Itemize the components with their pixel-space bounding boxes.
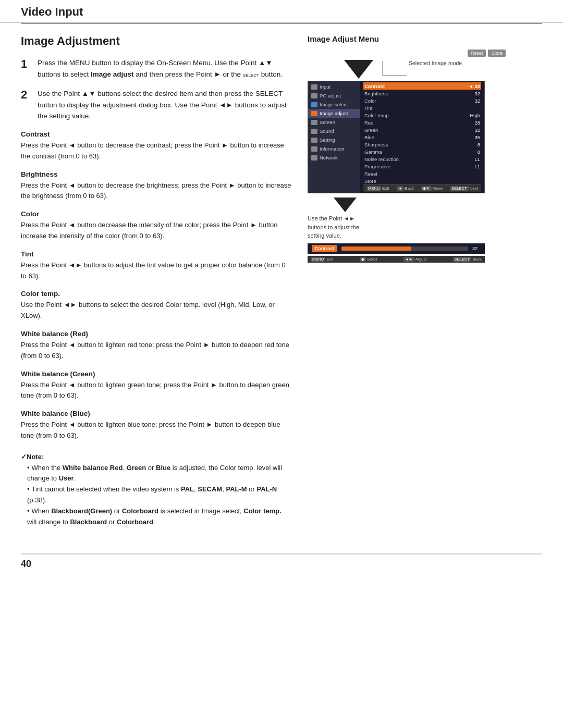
subsection-contrast-body: Press the Point ◄ button to decrease the…	[21, 140, 292, 162]
menu-item-network-label: Network	[320, 155, 338, 161]
bottom-back: ◄ Back	[397, 186, 414, 191]
menu-right-red: Red 28	[363, 119, 481, 126]
subsection-color-body: Press the Point ◄ button decrease the in…	[21, 220, 292, 242]
subsection-contrast: Contrast Press the Point ◄ button to dec…	[21, 130, 292, 162]
menu-item-pcadjust: PC adjust	[308, 91, 360, 100]
menu-item-information: Information	[308, 144, 360, 153]
colortemp-label: Color temp.	[364, 113, 390, 118]
menu-item-imageselect: Image select	[308, 100, 360, 109]
subsection-brightness-title: Brightness	[21, 170, 292, 178]
screen-icon	[311, 120, 317, 125]
store-label: Store	[364, 178, 376, 184]
subsection-wb-blue-body: Press the Point ◄ button to lighten blue…	[21, 419, 292, 441]
menu-right-store: Store	[363, 177, 481, 184]
subsection-wb-green-title: White balance (Green)	[21, 370, 292, 378]
menu-item-input-label: Input	[320, 84, 331, 90]
menu-right-noisereduction: Noise reduction L1	[363, 155, 481, 163]
arrow-down-2-icon	[334, 198, 357, 212]
left-column: Image Adjustment 1 Press the MENU button…	[21, 34, 292, 527]
cb-back: SELECT Back	[453, 257, 482, 262]
contrast-bottom-bar: MENU Exit ◆ Scroll ◄► Adjust SELECT Back	[308, 256, 485, 263]
contrast-slider-track	[341, 246, 468, 251]
menu-item-setting: Setting	[308, 135, 360, 144]
note-item-3: When Blackboard(Green) or Colorboard is …	[27, 506, 292, 528]
color-label: Color	[364, 98, 376, 104]
cb-exit: MENU Exit	[311, 257, 334, 262]
selected-mode-container: Selected Image mode	[382, 60, 462, 79]
step-1: 1 Press the MENU button to display the O…	[21, 57, 292, 80]
reset-store-buttons: Reset Store	[308, 50, 506, 57]
section-title: Image Adjustment	[21, 34, 292, 48]
subsection-wb-red-title: White balance (Red)	[21, 330, 292, 338]
cb-scroll-key: ◆	[360, 257, 366, 262]
note-title: ✓Note:	[21, 452, 292, 463]
bottom-menu-exit: MENU Exit	[366, 186, 389, 191]
step-2-text: Use the Point ▲▼ buttons select the desi…	[38, 88, 292, 122]
cb-select-key: SELECT	[453, 257, 471, 262]
cb-scroll: ◆ Scroll	[360, 257, 377, 262]
contrast-slider-fill	[341, 246, 411, 251]
image-adjust-menu-title: Image Adjust Menu	[308, 34, 506, 43]
note-item-1: When the White balance Red, Green or Blu…	[27, 463, 292, 485]
subsection-color-temp-title: Color temp.	[21, 290, 292, 298]
menu-key: MENU	[366, 186, 381, 191]
menu-item-imageadjust: Image adjust	[308, 109, 360, 118]
menu-right-reset: Reset	[363, 170, 481, 177]
step-2-number: 2	[21, 88, 31, 122]
page-header: Video Input	[0, 0, 563, 23]
menu-item-pcadjust-label: PC adjust	[320, 93, 341, 98]
setting-icon	[311, 138, 317, 143]
contrast-label: Contrast	[364, 83, 385, 89]
note-list: When the White balance Red, Green or Blu…	[21, 463, 292, 528]
store-button[interactable]: Store	[488, 50, 506, 57]
subsection-color-title: Color	[21, 210, 292, 218]
menu-right-sharpness: Sharpness 8	[363, 141, 481, 148]
step-1-number: 1	[21, 57, 31, 80]
menu-right-contrast: Contrast ◄ 32	[363, 82, 481, 90]
reset-button[interactable]: Reset	[468, 50, 486, 57]
brightness-label: Brightness	[364, 91, 388, 96]
selected-mode-text: Selected Image mode	[409, 60, 462, 66]
menu-item-input: Input	[308, 82, 360, 91]
selected-mode-line-icon	[382, 60, 408, 79]
menu-item-sound: Sound	[308, 127, 360, 135]
subsection-contrast-title: Contrast	[21, 130, 292, 138]
selected-mode-label: Selected Image mode	[382, 60, 462, 79]
menu-item-screen: Screen	[308, 118, 360, 127]
brightness-value: 32	[474, 91, 480, 96]
note-section: ✓Note: When the White balance Red, Green…	[21, 452, 292, 528]
progressive-label: Progressive	[364, 164, 390, 169]
sharpness-value: 8	[478, 142, 480, 147]
gamma-label: Gamma	[364, 149, 382, 155]
subsection-wb-red: White balance (Red) Press the Point ◄ bu…	[21, 330, 292, 362]
noisereduction-label: Noise reduction	[364, 156, 399, 162]
network-icon	[311, 155, 317, 161]
sharpness-label: Sharpness	[364, 142, 388, 147]
menu-screenshot: Input PC adjust Image select Image adjus…	[308, 81, 485, 193]
step-1-text: Press the MENU button to display the On-…	[38, 57, 292, 80]
imageselect-icon	[311, 102, 317, 107]
gamma-value: 8	[478, 149, 480, 155]
step-2: 2 Use the Point ▲▼ buttons select the de…	[21, 88, 292, 122]
subsection-tint-body: Press the Point ◄► buttons to adjust the…	[21, 260, 292, 282]
menu-left-panel: Input PC adjust Image select Image adjus…	[308, 81, 360, 193]
subsection-tint: Tint Press the Point ◄► buttons to adjus…	[21, 250, 292, 282]
menu-right-brightness: Brightness 32	[363, 90, 481, 97]
back-key: ◄	[397, 186, 403, 191]
input-icon	[311, 84, 317, 90]
green-label: Green	[364, 127, 378, 133]
arrow-down-wrapper	[323, 60, 373, 79]
page-footer: 40	[21, 553, 542, 574]
subsection-brightness: Brightness Press the Point ◄ button to d…	[21, 170, 292, 202]
menu-item-network: Network	[308, 153, 360, 162]
menu-right-colortemp: Color temp. High	[363, 112, 481, 119]
menu-right-color: Color 32	[363, 97, 481, 104]
next-key: SELECT	[450, 186, 468, 191]
imageadjust-icon	[311, 111, 317, 116]
subsection-color: Color Press the Point ◄ button decrease …	[21, 210, 292, 242]
arrow-and-label: Selected Image mode	[308, 60, 506, 79]
subsection-tint-title: Tint	[21, 250, 292, 258]
contrast-bar-label: Contrast	[312, 245, 337, 252]
contrast-bar-value: 32	[472, 246, 481, 251]
menu-item-information-label: Information	[320, 146, 345, 152]
